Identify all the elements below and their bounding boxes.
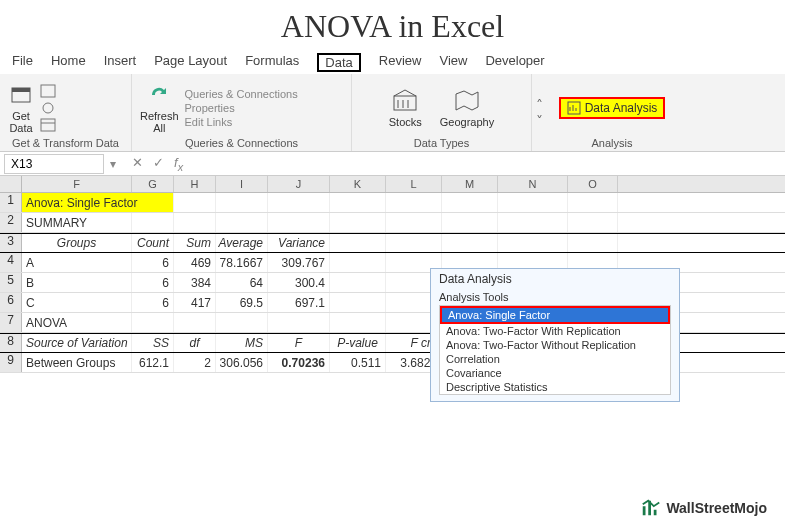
table-row[interactable]: 309.767 [268,253,330,272]
list-item[interactable]: Descriptive Statistics [440,380,670,394]
col-O[interactable]: O [568,176,618,192]
stocks-icon [390,88,420,114]
hdr-src[interactable]: Source of Variation [22,334,132,352]
list-item[interactable]: Anova: Two-Factor With Replication [440,324,670,338]
group-analysis: Analysis [555,137,669,149]
ribbon: Get Data Get & Transform Data Refresh Al… [0,74,785,152]
table-row[interactable]: 0.70236 [268,353,330,372]
ribbon-scroll[interactable]: ˄˅ [532,74,547,151]
svg-rect-6 [394,96,416,110]
table-row[interactable]: 612.1 [132,353,174,372]
hdr-f[interactable]: F [268,334,330,352]
table-row[interactable]: 64 [216,273,268,292]
fx-icon[interactable]: fx [174,155,183,173]
data-analysis-icon [567,101,581,115]
table-row[interactable]: 0.511 [330,353,386,372]
data-analysis-button[interactable]: Data Analysis [559,97,666,119]
namebox-dropdown-icon[interactable]: ▾ [104,157,122,171]
col-F[interactable]: F [22,176,132,192]
table-row[interactable]: 469 [174,253,216,272]
list-item[interactable]: Anova: Two-Factor Without Replication [440,338,670,352]
geography-icon [452,88,482,114]
col-H[interactable]: H [174,176,216,192]
col-K[interactable]: K [330,176,386,192]
get-data-button[interactable]: Get Data [8,82,34,134]
dialog-listbox[interactable]: Anova: Single Factor Anova: Two-Factor W… [439,305,671,395]
table-row[interactable]: 6 [132,273,174,292]
geography-button[interactable]: Geography [440,88,494,128]
table-row[interactable]: 6 [132,293,174,312]
logo-text: WallStreetMojo [666,500,767,516]
hdr-ss[interactable]: SS [132,334,174,352]
tab-insert[interactable]: Insert [104,53,137,72]
tab-review[interactable]: Review [379,53,422,72]
col-I[interactable]: I [216,176,268,192]
edit-links-button[interactable]: Edit Links [185,116,298,128]
table-row[interactable]: 697.1 [268,293,330,312]
table-row[interactable]: B [22,273,132,292]
cell-F1[interactable]: Anova: Single Factor [22,193,174,212]
hdr-sum[interactable]: Sum [174,234,216,252]
col-J[interactable]: J [268,176,330,192]
logo-icon [640,497,662,519]
table-row[interactable]: 306.056 [216,353,268,372]
properties-button[interactable]: Properties [185,102,298,114]
tab-home[interactable]: Home [51,53,86,72]
tab-pagelayout[interactable]: Page Layout [154,53,227,72]
page-title: ANOVA in Excel [0,0,785,49]
hdr-groups[interactable]: Groups [22,234,132,252]
table-row[interactable]: A [22,253,132,272]
data-analysis-dialog: Data Analysis Analysis Tools Anova: Sing… [430,268,680,402]
hdr-p[interactable]: P-value [330,334,386,352]
database-icon [8,82,34,108]
tab-view[interactable]: View [439,53,467,72]
enter-icon[interactable]: ✓ [153,155,164,173]
table-row[interactable]: 78.1667 [216,253,268,272]
table-row[interactable]: 384 [174,273,216,292]
tab-developer[interactable]: Developer [485,53,544,72]
table-row[interactable]: 2 [174,353,216,372]
cell-F7[interactable]: ANOVA [22,313,132,332]
geography-label: Geography [440,116,494,128]
cancel-icon[interactable]: ✕ [132,155,143,173]
wallstreetmojo-logo: WallStreetMojo [640,497,767,519]
refresh-all-button[interactable]: Refresh All [140,82,179,134]
col-N[interactable]: N [498,176,568,192]
hdr-df[interactable]: df [174,334,216,352]
hdr-avg[interactable]: Average [216,234,268,252]
table-row[interactable]: 69.5 [216,293,268,312]
table-row[interactable]: 300.4 [268,273,330,292]
from-text-icon[interactable] [40,84,56,98]
hdr-ms[interactable]: MS [216,334,268,352]
tab-file[interactable]: File [12,53,33,72]
ribbon-tabs: File Home Insert Page Layout Formulas Da… [0,49,785,74]
data-analysis-label: Data Analysis [585,101,658,115]
tab-data[interactable]: Data [317,53,360,72]
formula-bar: ▾ ✕ ✓ fx [0,152,785,176]
table-row[interactable]: 417 [174,293,216,312]
col-G[interactable]: G [132,176,174,192]
group-get-transform: Get & Transform Data [8,137,123,149]
svg-point-3 [43,103,53,113]
hdr-var[interactable]: Variance [268,234,330,252]
refresh-label: Refresh All [140,110,179,134]
list-item[interactable]: Correlation [440,352,670,366]
cell-F2[interactable]: SUMMARY [22,213,132,232]
stocks-label: Stocks [389,116,422,128]
from-web-icon[interactable] [40,101,56,115]
svg-rect-1 [12,88,30,92]
col-M[interactable]: M [442,176,498,192]
col-L[interactable]: L [386,176,442,192]
tab-formulas[interactable]: Formulas [245,53,299,72]
name-box[interactable] [4,154,104,174]
list-item[interactable]: Covariance [440,366,670,380]
dialog-label: Analysis Tools [431,289,679,305]
stocks-button[interactable]: Stocks [389,88,422,128]
list-item[interactable]: Anova: Single Factor [440,306,670,324]
queries-connections-button[interactable]: Queries & Connections [185,88,298,100]
table-row[interactable]: 6 [132,253,174,272]
table-row[interactable]: Between Groups [22,353,132,372]
table-row[interactable]: C [22,293,132,312]
hdr-count[interactable]: Count [132,234,174,252]
from-table-icon[interactable] [40,118,56,132]
